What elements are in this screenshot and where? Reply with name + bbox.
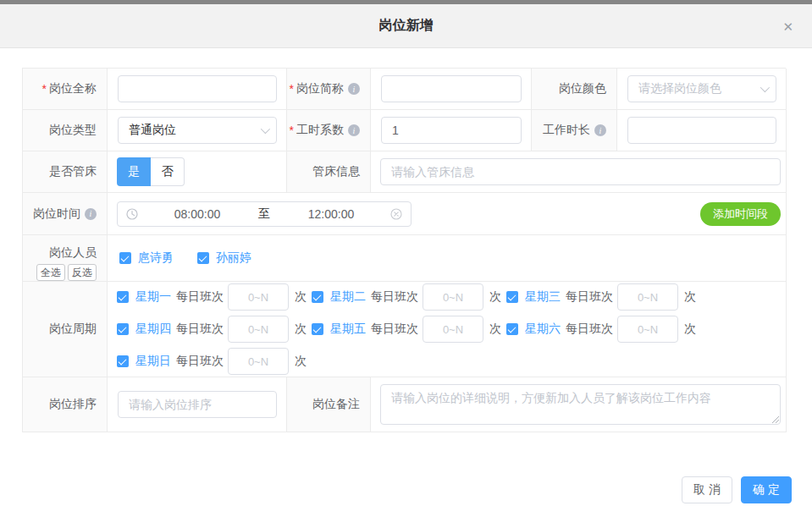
full-name-label: * 岗位全称: [23, 69, 108, 110]
per-day-label: 每日班次: [371, 322, 418, 337]
clear-icon[interactable]: [390, 208, 402, 220]
required-mark: *: [290, 82, 294, 96]
hour-factor-cell: [371, 110, 532, 151]
color-select[interactable]: 请选择岗位颜色: [627, 75, 776, 102]
confirm-button[interactable]: 确 定: [741, 476, 792, 503]
day-name[interactable]: 星期日: [135, 354, 171, 369]
staff-label-buttons: 全选 反选: [36, 264, 97, 281]
staff-member-item[interactable]: 孙丽婷: [197, 250, 251, 266]
info-icon: i: [348, 124, 360, 136]
checkbox-checked-icon[interactable]: [312, 323, 323, 335]
type-cell: 普通岗位: [108, 110, 287, 151]
add-position-dialog: 岗位新增 ✕ * 岗位全称 * 岗位简称 i 岗位颜色 请选择岗位颜色: [0, 0, 812, 528]
shift-count-input[interactable]: [423, 283, 483, 311]
cancel-button[interactable]: 取 消: [682, 476, 732, 503]
sort-cell: [108, 377, 287, 432]
time-cell: 08:00:00 至 12:00:00 添加时间段: [108, 193, 787, 235]
bed-info-label: 管床信息: [287, 151, 371, 193]
sort-input[interactable]: [118, 391, 277, 418]
shift-count-input[interactable]: [617, 316, 678, 343]
shift-count-input[interactable]: [228, 348, 289, 375]
dialog-title: 岗位新增: [379, 17, 434, 35]
short-name-label: * 岗位简称 i: [287, 69, 371, 110]
staff-member-name: 扈诗勇: [138, 250, 174, 266]
shift-count-input[interactable]: [228, 283, 289, 311]
cycle-day-item: 星期三 每日班次 次: [506, 283, 701, 311]
cycle-day-item: 星期四 每日班次 次: [117, 316, 312, 343]
per-day-label: 每日班次: [176, 289, 224, 305]
remark-textarea-wrap: [380, 384, 781, 425]
cycle-day-item: 星期二 每日班次 次: [312, 283, 506, 311]
day-name[interactable]: 星期一: [135, 289, 171, 305]
per-day-label: 每日班次: [371, 289, 418, 305]
bed-manage-no-button[interactable]: 否: [151, 157, 185, 186]
time-range-picker[interactable]: 08:00:00 至 12:00:00: [117, 201, 412, 227]
checkbox-checked-icon[interactable]: [117, 355, 129, 367]
cycle-label: 岗位周期: [23, 282, 108, 377]
shift-count-input[interactable]: [617, 283, 678, 311]
bed-manage-yes-button[interactable]: 是: [117, 157, 151, 186]
day-name[interactable]: 星期六: [525, 322, 561, 337]
remark-textarea[interactable]: [380, 384, 781, 425]
checkbox-checked-icon[interactable]: [506, 323, 518, 335]
cycle-day-item: 星期六 每日班次 次: [506, 316, 701, 343]
sort-label: 岗位排序: [23, 377, 108, 432]
checkbox-checked-icon[interactable]: [506, 291, 518, 303]
cycle-day-grid: 星期一 每日班次 次 星期二 每日班次 次 星期三 每日班次: [108, 283, 786, 375]
cycle-day-item: 星期日 每日班次 次: [117, 348, 312, 375]
day-name[interactable]: 星期四: [135, 322, 171, 337]
chevron-down-icon: [261, 124, 270, 134]
checkbox-checked-icon[interactable]: [197, 252, 209, 264]
color-cell: 请选择岗位颜色: [617, 69, 787, 110]
time-end-value[interactable]: 12:00:00: [272, 207, 390, 221]
times-unit: 次: [489, 322, 501, 337]
full-name-cell: [108, 69, 287, 110]
add-time-slot-button[interactable]: 添加时间段: [700, 202, 781, 226]
work-duration-input[interactable]: [627, 117, 776, 144]
time-label: 岗位时间 i: [23, 193, 108, 235]
times-unit: 次: [295, 322, 307, 337]
shift-count-input[interactable]: [228, 316, 289, 343]
cycle-day-item: 星期五 每日班次 次: [312, 316, 506, 343]
type-label: 岗位类型: [23, 110, 108, 151]
info-icon: i: [85, 208, 97, 220]
per-day-label: 每日班次: [176, 322, 224, 337]
type-select[interactable]: 普通岗位: [118, 117, 277, 144]
work-duration-label: 工作时长 i: [532, 110, 617, 151]
bed-info-input[interactable]: [380, 158, 781, 185]
per-day-label: 每日班次: [566, 289, 613, 305]
checkbox-checked-icon[interactable]: [119, 252, 131, 264]
time-separator: 至: [257, 206, 272, 222]
staff-member-item[interactable]: 扈诗勇: [119, 250, 174, 266]
checkbox-checked-icon[interactable]: [117, 291, 129, 303]
hour-factor-label: * 工时系数 i: [287, 110, 371, 151]
short-name-input[interactable]: [381, 75, 522, 102]
required-mark: *: [290, 124, 294, 137]
checkbox-checked-icon[interactable]: [117, 323, 129, 335]
dialog-footer: 取 消 确 定: [682, 476, 792, 503]
staff-member-name: 孙丽婷: [216, 250, 251, 266]
invert-select-button[interactable]: 反选: [68, 264, 97, 281]
hour-factor-input[interactable]: [381, 117, 522, 144]
day-name[interactable]: 星期二: [330, 289, 366, 305]
info-icon: i: [594, 124, 606, 136]
cycle-day-item: 星期一 每日班次 次: [117, 283, 312, 311]
close-icon[interactable]: ✕: [779, 16, 797, 36]
shift-count-input[interactable]: [423, 316, 483, 343]
required-mark: *: [42, 82, 47, 96]
times-unit: 次: [295, 289, 307, 305]
short-name-cell: [371, 69, 532, 110]
dialog-header: 岗位新增 ✕: [0, 4, 812, 48]
day-name[interactable]: 星期三: [525, 289, 561, 305]
time-start-value[interactable]: 08:00:00: [138, 207, 257, 221]
times-unit: 次: [684, 322, 696, 337]
checkbox-checked-icon[interactable]: [312, 291, 323, 303]
day-name[interactable]: 星期五: [330, 322, 366, 337]
times-unit: 次: [684, 289, 696, 305]
full-name-input[interactable]: [118, 75, 277, 102]
staff-cell: 扈诗勇 孙丽婷: [108, 235, 787, 282]
select-all-button[interactable]: 全选: [36, 264, 65, 281]
bed-info-cell: [371, 151, 787, 193]
cycle-cell: 星期一 每日班次 次 星期二 每日班次 次 星期三 每日班次: [108, 282, 787, 377]
remark-cell: [371, 377, 787, 432]
